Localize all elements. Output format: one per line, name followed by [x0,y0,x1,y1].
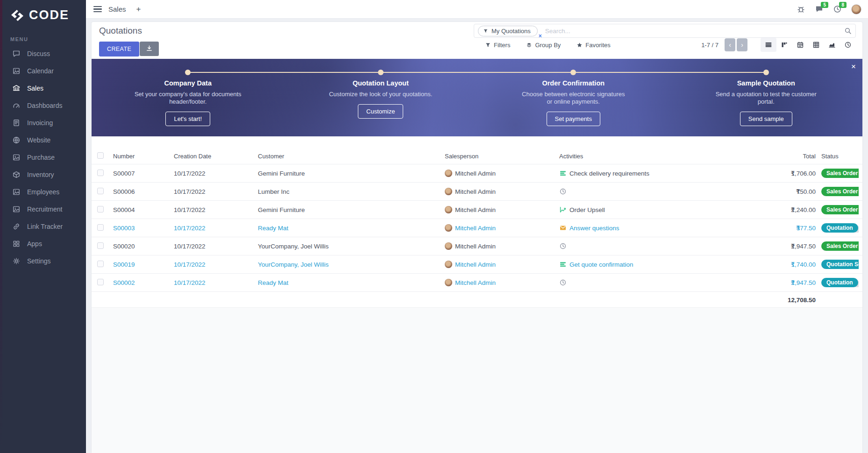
gear-icon [12,257,21,265]
sidebar-item-invoicing[interactable]: Invoicing [0,114,86,131]
activity-label[interactable]: Get quote confirmation [569,261,633,268]
activity-label[interactable]: Check delivery requirements [569,170,649,177]
pager-next-button[interactable]: › [737,38,747,51]
table-row[interactable]: S00019 10/17/2022 YourCompany, Joel Will… [92,255,862,273]
step-action-button[interactable]: Let's start! [165,112,210,126]
row-checkbox[interactable] [97,279,104,285]
row-checkbox[interactable] [97,188,104,194]
status-badge: Sales Order [821,187,859,196]
filter-facet[interactable]: My Quotations × [478,26,538,36]
groupby-button[interactable]: Group By [526,42,561,49]
step-dot-icon [378,70,384,75]
sidebar-item-apps[interactable]: Apps [0,235,86,252]
column-customer[interactable]: Customer [258,153,445,160]
sidebar-item-inventory[interactable]: Inventory [0,166,86,183]
step-action-button[interactable]: Set payments [547,112,601,126]
row-checkbox[interactable] [97,206,104,212]
gauge-icon [12,101,21,110]
row-number: S00019 [113,261,174,268]
row-checkbox[interactable] [97,224,104,231]
column-status[interactable]: Status [817,153,859,160]
clock-icon[interactable] [559,242,567,250]
control-panel-row: Filters Group By Favorites 1-7 / 7 ‹ › [485,38,856,52]
create-button[interactable]: CREATE [99,42,139,57]
table-row[interactable]: S00006 10/17/2022 Lumber Inc Mitchell Ad… [92,182,862,200]
step-dot-icon [763,70,769,75]
clock-icon[interactable] [559,188,567,195]
add-tab-button[interactable]: + [136,5,141,14]
logo-glyph-icon [9,9,25,21]
select-all-checkbox[interactable] [97,152,104,159]
sidebar-item-calendar[interactable]: Calendar [0,62,86,79]
search-input[interactable] [545,28,844,35]
sidebar-item-website[interactable]: Website [0,131,86,149]
sidebar-item-purchase[interactable]: Purchase [0,149,86,166]
funnel-icon [485,42,491,48]
view-kanban-button[interactable] [776,38,792,52]
app-title[interactable]: Sales [108,5,126,13]
sidebar-item-dashboards[interactable]: Dashboards [0,97,86,114]
view-calendar-button[interactable] [792,38,808,52]
export-button[interactable] [140,42,159,56]
row-total: 2,240.00 [791,206,816,213]
sidebar-item-employees[interactable]: Employees [0,183,86,200]
activity-label[interactable]: Answer questions [569,225,619,232]
image-icon [12,153,21,162]
chart-icon[interactable] [559,206,567,213]
onboarding-banner: Company Data Set your company's data for… [92,59,862,136]
clock-icon[interactable] [559,279,567,286]
view-activity-button[interactable] [840,38,856,52]
sidebar-item-sales[interactable]: Sales [0,79,86,97]
column-number[interactable]: Number [113,153,174,160]
table-row[interactable]: S00020 10/17/2022 YourCompany, Joel Will… [92,237,862,255]
column-activities[interactable]: Activities [559,153,737,160]
onboarding-step: Company Data Set your company's data for… [92,59,285,136]
sidebar-item-recruitment[interactable]: Recruitment [0,200,86,218]
table-row[interactable]: S00004 10/17/2022 Gemini Furniture Mitch… [92,200,862,219]
row-checkbox[interactable] [97,242,104,249]
user-avatar[interactable] [851,4,861,14]
envelope-icon[interactable] [559,224,567,232]
step-title: Company Data [92,79,285,87]
tasks-icon[interactable] [559,261,567,268]
row-salesperson: Mitchell Admin [455,243,496,250]
onboarding-step: Quotation Layout Customize the look of y… [285,59,477,136]
messages-icon[interactable]: 5 [815,5,824,14]
filters-button[interactable]: Filters [485,42,510,49]
sidebar-item-link-tracker[interactable]: Link Tracker [0,218,86,235]
row-checkbox[interactable] [97,170,104,176]
image-icon [12,67,21,75]
sidebar-item-settings[interactable]: Settings [0,252,86,269]
favorites-button[interactable]: Favorites [576,42,610,49]
topbar: Sales + 5 8 [86,0,868,19]
table-row[interactable]: S00007 10/17/2022 Gemini Furniture Mitch… [92,164,862,182]
row-salesperson: Mitchell Admin [455,170,496,177]
step-action-button[interactable]: Customize [358,104,403,119]
column-creation-date[interactable]: Creation Date [174,153,258,160]
table-row[interactable]: S00002 10/17/2022 Ready Mat Mitchell Adm… [92,273,862,291]
pager-previous-button[interactable]: ‹ [725,38,735,51]
step-title: Sample Quotation [670,79,863,87]
banner-close-icon[interactable]: × [851,63,856,71]
debug-bug-icon[interactable] [797,5,805,14]
column-salesperson[interactable]: Salesperson [445,153,559,160]
activity-clock-icon[interactable]: 8 [833,5,842,14]
step-action-button[interactable]: Send sample [740,112,792,126]
page-title: Quotations [99,26,142,36]
step-description: Set your company's data for documents he… [134,91,242,106]
view-graph-button[interactable] [824,38,840,52]
hamburger-menu-icon[interactable] [93,5,102,14]
sidebar-item-discuss[interactable]: Discuss [0,45,86,62]
view-list-button[interactable] [761,38,776,52]
row-checkbox[interactable] [97,261,104,267]
empty-area [92,307,862,453]
column-total[interactable]: Total [737,153,817,160]
table-row[interactable]: S00003 10/17/2022 Ready Mat Mitchell Adm… [92,219,862,237]
search-bar[interactable]: My Quotations × [474,24,856,38]
status-badge: Quotation [821,278,858,287]
view-pivot-button[interactable] [808,38,824,52]
tasks-icon[interactable] [559,170,567,177]
search-icon[interactable] [844,27,852,35]
activity-label[interactable]: Order Upsell [569,206,605,213]
row-number: S00002 [113,279,174,286]
